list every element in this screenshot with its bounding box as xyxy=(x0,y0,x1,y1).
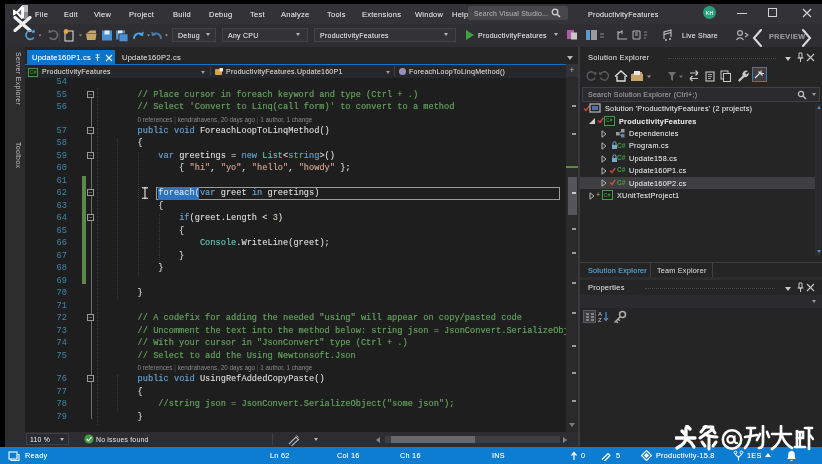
svg-text:Z: Z xyxy=(598,317,602,323)
